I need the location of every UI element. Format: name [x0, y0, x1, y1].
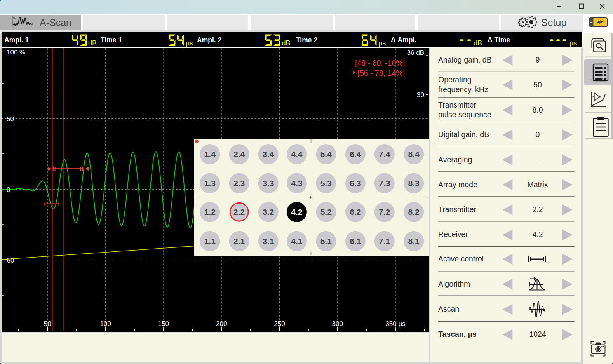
- svg-text:3.2: 3.2: [263, 207, 274, 216]
- svg-text:6.2: 6.2: [350, 207, 361, 216]
- svg-text:7.3: 7.3: [379, 179, 390, 188]
- svg-text:1.3: 1.3: [204, 179, 216, 188]
- svg-text:3.4: 3.4: [263, 150, 274, 158]
- svg-text:3.1: 3.1: [263, 237, 274, 246]
- svg-text:8.2: 8.2: [408, 207, 420, 216]
- svg-text:7.1: 7.1: [379, 237, 390, 246]
- svg-text:7.2: 7.2: [379, 207, 390, 216]
- svg-text:1.1: 1.1: [204, 237, 216, 246]
- svg-text:6.1: 6.1: [350, 237, 361, 246]
- svg-text:6.3: 6.3: [350, 179, 361, 188]
- svg-text:4.1: 4.1: [291, 237, 303, 246]
- svg-text:8.3: 8.3: [408, 179, 420, 188]
- svg-text:+: +: [309, 193, 313, 201]
- svg-text:5.2: 5.2: [320, 207, 332, 216]
- svg-text:2.1: 2.1: [233, 237, 245, 246]
- svg-text:7.4: 7.4: [379, 150, 390, 158]
- svg-text:1.2: 1.2: [204, 207, 216, 216]
- svg-text:5.4: 5.4: [320, 150, 332, 158]
- svg-text:6.4: 6.4: [350, 150, 361, 158]
- svg-text:8.1: 8.1: [408, 237, 420, 246]
- svg-text:4.4: 4.4: [291, 150, 303, 158]
- svg-text:2.3: 2.3: [233, 179, 245, 188]
- svg-text:4.3: 4.3: [291, 179, 302, 188]
- svg-text:1.4: 1.4: [204, 150, 216, 158]
- svg-text:5.3: 5.3: [320, 179, 332, 188]
- svg-text:5.1: 5.1: [320, 237, 332, 246]
- svg-text:−: −: [195, 193, 199, 201]
- svg-text:4.2: 4.2: [291, 207, 302, 216]
- svg-text:3.3: 3.3: [263, 179, 274, 188]
- svg-text:2.4: 2.4: [233, 150, 245, 158]
- svg-text:8.4: 8.4: [408, 150, 420, 158]
- svg-text:2.2: 2.2: [233, 207, 245, 216]
